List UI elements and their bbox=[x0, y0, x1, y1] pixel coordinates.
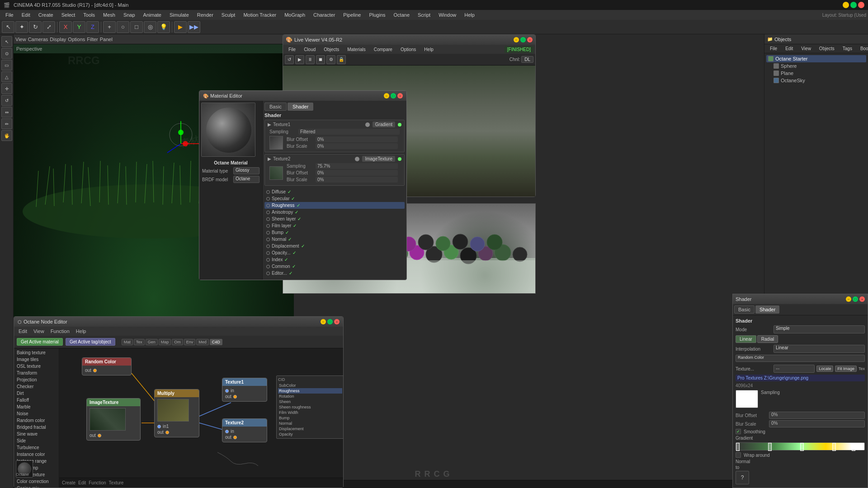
menu-mesh[interactable]: Mesh bbox=[99, 11, 119, 19]
node-multiply-in1-dot[interactable] bbox=[157, 425, 161, 428]
ne-footer-create[interactable]: Create bbox=[62, 480, 75, 485]
menu-help[interactable]: Help bbox=[461, 11, 478, 19]
ne-ch-displacement[interactable]: Displacement bbox=[278, 426, 342, 432]
ne-ch-subcolor[interactable]: SubColor bbox=[278, 383, 342, 388]
rp-item-sphere[interactable]: Sphere bbox=[766, 62, 866, 70]
lv-menu-compare[interactable]: Compare bbox=[370, 46, 396, 53]
ne-ch-opacity[interactable]: Opacity bbox=[278, 432, 342, 437]
rp-item-octanesky[interactable]: OctaneSky bbox=[766, 77, 866, 84]
ne-item-bridged[interactable]: Bridged fractal bbox=[15, 424, 58, 431]
node-texture2-in-dot[interactable] bbox=[225, 430, 229, 433]
ne-footer-edit[interactable]: Edit bbox=[78, 480, 86, 485]
ne-ch-rotation[interactable]: Rotation bbox=[278, 394, 342, 399]
sp-blur-scale-val[interactable]: 0% bbox=[769, 420, 865, 427]
tool-poly-selection[interactable]: △ bbox=[1, 71, 12, 82]
ne-item-cosine[interactable]: Cosine mix bbox=[15, 485, 58, 488]
ne-filter-map[interactable]: Map bbox=[159, 339, 171, 345]
menu-window[interactable]: Window bbox=[435, 11, 460, 19]
menu-motiontracker[interactable]: Motion Tracker bbox=[240, 11, 280, 19]
viewport-menu-panel[interactable]: Panel bbox=[100, 37, 113, 42]
rp-menu-tags[interactable]: Tags bbox=[839, 45, 856, 52]
ne-maximize-btn[interactable]: □ bbox=[327, 319, 333, 324]
me-tab-basic[interactable]: Basic bbox=[264, 103, 287, 111]
node-texture2[interactable]: Texture2 in out bbox=[222, 418, 267, 442]
me-texture2-arrow[interactable]: ▶ bbox=[268, 156, 271, 161]
viewport-menu-cameras[interactable]: Cameras bbox=[28, 37, 48, 42]
me-channel-displacement[interactable]: Displacement ✓ bbox=[264, 243, 405, 249]
ne-item-marble[interactable]: Marble bbox=[15, 404, 58, 410]
rp-menu-view[interactable]: View bbox=[797, 45, 815, 52]
sp-gradient-stop-4[interactable] bbox=[852, 443, 855, 451]
menu-select[interactable]: Select bbox=[58, 11, 79, 19]
me-channel-film[interactable]: Film layer ✓ bbox=[264, 222, 405, 229]
close-btn[interactable] bbox=[858, 2, 864, 8]
ne-item-checker[interactable]: Checker bbox=[15, 383, 58, 390]
rp-item-plane[interactable]: Plane bbox=[766, 70, 866, 77]
lv-btn-stop[interactable]: ⏹ bbox=[316, 55, 325, 64]
ne-filter-env[interactable]: Env bbox=[184, 339, 196, 345]
sp-mode-dropdown[interactable]: Simple bbox=[774, 325, 865, 333]
lv-menu-objects[interactable]: Objects bbox=[320, 46, 343, 53]
menu-file[interactable]: File bbox=[2, 11, 17, 19]
ne-filter-gen[interactable]: Gen bbox=[146, 339, 158, 345]
minimize-btn[interactable] bbox=[843, 2, 849, 8]
menu-plugins[interactable]: Plugins bbox=[365, 11, 389, 19]
sp-wrap-checkbox[interactable] bbox=[736, 452, 741, 458]
sp-gradient-stop-1[interactable] bbox=[768, 443, 772, 451]
node-editor-title[interactable]: ⬡ Octane Node Editor − □ × bbox=[14, 317, 343, 327]
lv-btn-settings[interactable]: ⚙ bbox=[326, 55, 335, 64]
me-channel-anisotropy[interactable]: Anisotropy ✓ bbox=[264, 209, 405, 216]
ne-item-transform[interactable]: Transform bbox=[15, 370, 58, 376]
node-random-color-out-dot[interactable] bbox=[93, 369, 97, 372]
ne-menu-view[interactable]: View bbox=[31, 328, 47, 335]
ne-item-falloff[interactable]: Falloff bbox=[15, 397, 58, 404]
me-texture1-name[interactable]: Gradient bbox=[373, 122, 395, 127]
rp-item-octane[interactable]: Octane Starter bbox=[766, 55, 866, 62]
sp-close-btn[interactable]: × bbox=[859, 296, 865, 302]
menu-animate[interactable]: Animate bbox=[140, 11, 165, 19]
ne-menu-help[interactable]: Help bbox=[73, 328, 89, 335]
node-texture1-in-dot[interactable] bbox=[225, 389, 229, 393]
ne-canvas[interactable]: Random Color out ImageTexture bbox=[59, 348, 343, 488]
sp-btn-radial[interactable]: Radial bbox=[757, 335, 778, 343]
lv-menu-options[interactable]: Options bbox=[397, 46, 420, 53]
toolbar-render[interactable]: ▶ bbox=[174, 21, 187, 33]
lv-menu-cloud[interactable]: Cloud bbox=[300, 46, 319, 53]
node-texture2-out-dot[interactable] bbox=[233, 436, 237, 439]
menu-character[interactable]: Character bbox=[310, 11, 339, 19]
sp-gradient-stop-2[interactable] bbox=[800, 443, 804, 451]
menu-pipeline[interactable]: Pipeline bbox=[340, 11, 364, 19]
tool-scale[interactable]: ⇔ bbox=[1, 107, 12, 117]
ne-item-dirt[interactable]: Dirt bbox=[15, 390, 58, 397]
ne-filter-c4d[interactable]: C4D bbox=[210, 339, 222, 345]
me-channel-bump[interactable]: Bump ✓ bbox=[264, 229, 405, 236]
me-channel-roughness[interactable]: Roughness ✓ bbox=[264, 202, 405, 209]
toolbar-move[interactable]: ✦ bbox=[15, 21, 28, 33]
me-channel-opacity[interactable]: Opacity... ✓ bbox=[264, 249, 405, 256]
ne-minimize-btn[interactable]: − bbox=[321, 319, 326, 324]
sp-btn-linear[interactable]: Linear bbox=[736, 335, 756, 343]
node-multiply[interactable]: Multiply in1 out bbox=[154, 389, 199, 437]
lv-btn-lock[interactable]: 🔒 bbox=[337, 55, 346, 64]
sp-gradient-stop-0[interactable] bbox=[736, 443, 740, 451]
lv-minimize-btn[interactable]: − bbox=[514, 37, 519, 42]
lv-btn-play[interactable]: ▶ bbox=[295, 55, 304, 64]
ne-item-image-tiles[interactable]: Image tiles bbox=[15, 356, 58, 363]
ne-item-baking[interactable]: Baking texture bbox=[15, 349, 58, 356]
menu-create[interactable]: Create bbox=[35, 11, 57, 19]
ne-item-random-color[interactable]: Random color bbox=[15, 417, 58, 424]
sp-tab-shader[interactable]: Shader bbox=[755, 305, 779, 314]
maximize-btn[interactable] bbox=[850, 2, 857, 8]
lv-maximize-btn[interactable]: □ bbox=[520, 37, 526, 42]
sp-locate-btn[interactable]: Locate bbox=[816, 366, 833, 372]
toolbar-scale[interactable]: ⤢ bbox=[42, 21, 55, 33]
sp-help-btn[interactable]: ? bbox=[736, 471, 749, 484]
me-maximize-btn[interactable]: □ bbox=[391, 93, 396, 99]
ne-ch-bump[interactable]: Bump bbox=[278, 415, 342, 421]
node-imagetexture[interactable]: ImageTexture out bbox=[86, 398, 141, 441]
me-texture1-arrow[interactable]: ▶ bbox=[268, 122, 271, 127]
tool-pointer[interactable]: ↖ bbox=[1, 36, 12, 47]
menu-render[interactable]: Render bbox=[193, 11, 217, 19]
me-tex1-blur-val[interactable]: 0% bbox=[316, 136, 398, 142]
lv-channel-value[interactable]: DL bbox=[521, 56, 533, 63]
